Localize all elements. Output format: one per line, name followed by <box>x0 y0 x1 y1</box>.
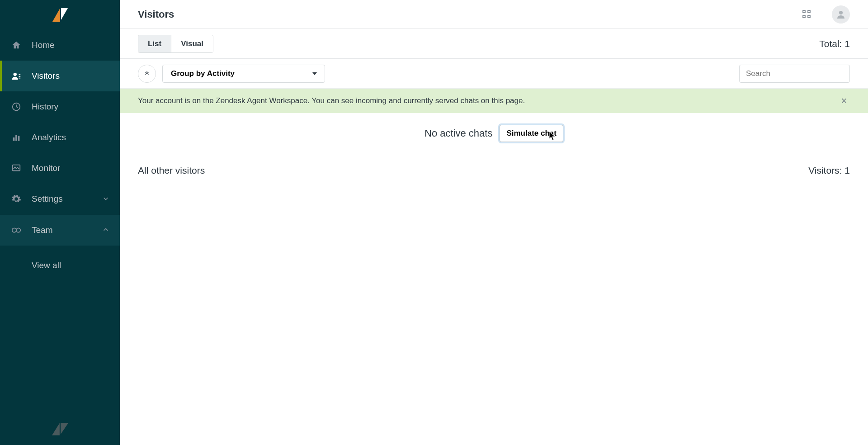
info-banner: Your account is on the Zendesk Agent Wor… <box>120 89 868 113</box>
brand-logo <box>0 0 120 30</box>
visitors-count-label: Visitors: <box>808 165 842 175</box>
svg-point-0 <box>14 73 17 76</box>
main: Visitors List Visual <box>120 0 868 445</box>
sidebar-item-team[interactable]: Team <box>0 215 120 246</box>
close-icon: × <box>841 95 847 106</box>
sidebar-item-visitors[interactable]: Visitors <box>0 61 120 91</box>
sidebar-item-analytics[interactable]: Analytics <box>0 122 120 153</box>
view-toolbar: List Visual Total: 1 <box>120 29 868 59</box>
tab-list[interactable]: List <box>138 35 171 52</box>
svg-point-9 <box>839 11 843 14</box>
banner-close-button[interactable]: × <box>838 95 850 107</box>
page-title: Visitors <box>138 9 174 20</box>
svg-rect-6 <box>808 10 810 13</box>
empty-state: No active chats Simulate chat <box>120 113 868 154</box>
total-label: Total: <box>819 38 842 49</box>
svg-point-3 <box>12 228 16 232</box>
total-value: 1 <box>844 38 850 49</box>
sidebar-item-monitor[interactable]: Monitor <box>0 153 120 184</box>
empty-state-text: No active chats <box>425 128 492 139</box>
section-title: All other visitors <box>138 165 205 176</box>
total-count: Total: 1 <box>819 38 850 49</box>
sidebar-item-home[interactable]: Home <box>0 30 120 61</box>
sidebar: Home Visitors History Analytics Monitor <box>0 0 120 445</box>
analytics-icon <box>11 132 22 143</box>
chevron-down-icon <box>103 194 109 204</box>
history-icon <box>11 101 22 112</box>
user-icon <box>835 9 846 20</box>
filter-bar: Group by Activity <box>120 59 868 89</box>
visitors-count-value: 1 <box>844 165 850 175</box>
simulate-chat-button[interactable]: Simulate chat <box>500 125 563 142</box>
apps-launcher-button[interactable] <box>802 9 812 19</box>
sidebar-item-label: Settings <box>32 194 63 204</box>
svg-rect-2 <box>13 165 20 171</box>
collapse-icon <box>144 71 150 77</box>
sidebar-item-label: History <box>32 102 58 112</box>
tab-visual[interactable]: Visual <box>171 35 213 52</box>
svg-rect-8 <box>808 15 810 18</box>
sidebar-footer-logo <box>0 413 120 445</box>
gear-icon <box>11 194 22 204</box>
zendesk-icon <box>52 423 68 436</box>
svg-rect-5 <box>803 10 805 13</box>
sidebar-item-label: Visitors <box>32 71 60 81</box>
search-input[interactable] <box>739 65 850 83</box>
user-avatar[interactable] <box>832 5 850 24</box>
sidebar-subitem-view-all[interactable]: View all <box>0 255 120 276</box>
group-by-select[interactable]: Group by Activity <box>162 65 325 83</box>
home-icon <box>11 40 22 51</box>
team-icon <box>11 225 22 236</box>
sidebar-subitem-label: View all <box>32 260 61 270</box>
sidebar-item-label: Home <box>32 40 55 50</box>
visitors-count: Visitors: 1 <box>808 165 850 176</box>
sidebar-item-label: Monitor <box>32 163 60 173</box>
sidebar-item-label: Team <box>32 225 52 235</box>
visitors-icon <box>11 71 22 81</box>
view-mode-segmented: List Visual <box>138 35 213 53</box>
chevron-up-icon <box>103 225 109 235</box>
banner-text: Your account is on the Zendesk Agent Wor… <box>138 96 525 105</box>
svg-rect-7 <box>803 15 805 18</box>
topbar: Visitors <box>120 0 868 29</box>
svg-point-4 <box>16 228 20 232</box>
monitor-icon <box>11 163 22 174</box>
sidebar-item-label: Analytics <box>32 133 66 142</box>
visitors-section-header: All other visitors Visitors: 1 <box>120 154 868 187</box>
sidebar-item-history[interactable]: History <box>0 91 120 122</box>
collapse-all-button[interactable] <box>138 65 156 83</box>
apps-grid-icon <box>802 10 811 19</box>
zendesk-chat-icon <box>52 8 68 22</box>
sidebar-item-settings[interactable]: Settings <box>0 184 120 214</box>
